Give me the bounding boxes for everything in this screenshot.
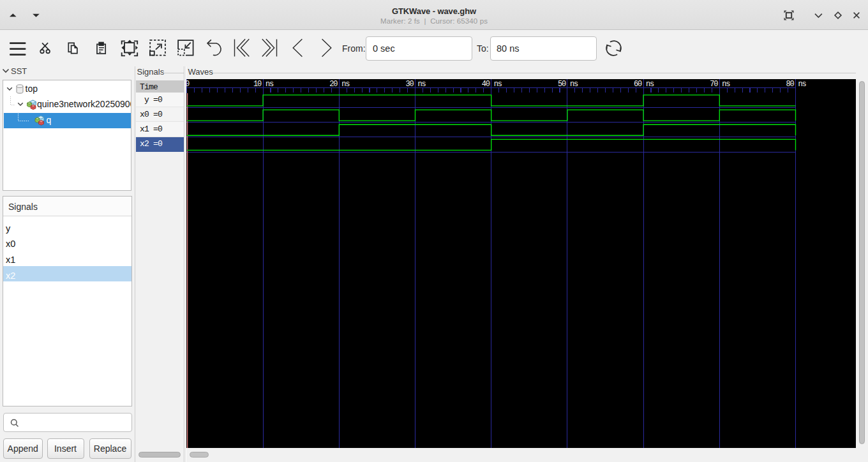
svg-text:40: 40 [482, 80, 490, 89]
svg-text:ns: ns [722, 80, 730, 89]
svg-text:ns: ns [266, 80, 274, 89]
svg-text:20: 20 [329, 80, 338, 89]
svg-text:60: 60 [634, 80, 642, 89]
svg-text:ns: ns [570, 80, 578, 89]
svg-text:ns: ns [798, 80, 807, 89]
svg-text:70: 70 [710, 80, 718, 89]
svg-text:ns: ns [494, 80, 502, 89]
svg-text:ns: ns [646, 80, 654, 89]
svg-text:ns: ns [341, 80, 350, 89]
svg-text:ns: ns [418, 80, 426, 89]
svg-text:10: 10 [253, 80, 262, 89]
svg-text:30: 30 [405, 80, 414, 89]
svg-text:80: 80 [786, 80, 794, 89]
svg-text:50: 50 [558, 80, 566, 89]
